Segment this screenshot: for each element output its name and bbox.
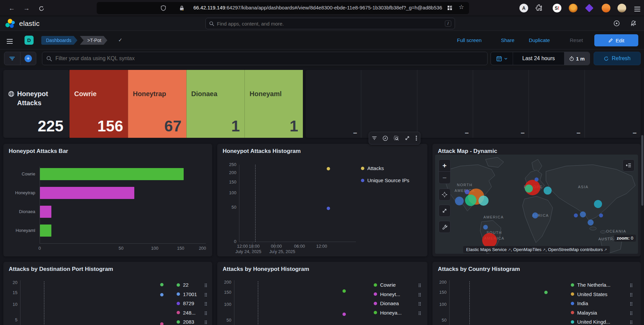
- empty-metric-cell[interactable]: –: [361, 70, 417, 138]
- attack-bubble[interactable]: [544, 187, 552, 195]
- legend-item-dionaea[interactable]: Dionaea: [374, 300, 399, 306]
- refresh-button[interactable]: Refresh: [594, 52, 641, 65]
- panel-honeypot-attacks-metric[interactable]: Honeypot Attacks 225: [3, 70, 70, 138]
- legend-options-icon[interactable]: [630, 284, 632, 287]
- browser-forward-icon[interactable]: →: [22, 4, 31, 13]
- legend-item-honeya[interactable]: Honeya...: [374, 310, 402, 316]
- panel-attack-map[interactable]: Attack Map - Dynamic NORTH AMERICAAMERIC…: [432, 144, 641, 256]
- browser-back-icon[interactable]: ←: [7, 4, 16, 13]
- nav-menu-icon[interactable]: [7, 38, 13, 45]
- global-search-input[interactable]: [217, 21, 445, 27]
- attack-bubble[interactable]: [483, 225, 488, 230]
- kql-query-input[interactable]: [55, 55, 483, 62]
- tab-grid-icon[interactable]: [447, 5, 452, 10]
- shield-icon[interactable]: [160, 5, 166, 11]
- date-picker-button[interactable]: [491, 52, 513, 65]
- legend-options-icon[interactable]: [205, 302, 207, 306]
- honey-extension-icon[interactable]: [569, 4, 578, 12]
- metric-tile-honeyaml[interactable]: Honeyaml1: [244, 70, 303, 138]
- map-tools-wrench-icon[interactable]: [439, 221, 451, 233]
- panel-empty-metrics[interactable]: ––––––: [306, 70, 641, 138]
- browser-reload-icon[interactable]: [37, 4, 46, 13]
- bar-dionaea[interactable]: [40, 206, 51, 218]
- scrollbar-thumb[interactable]: [641, 135, 643, 206]
- attack-bubble[interactable]: [455, 197, 464, 205]
- account-avatar-icon[interactable]: [617, 4, 626, 12]
- map-layers-icon[interactable]: [623, 159, 635, 171]
- empty-metric-cell[interactable]: –: [529, 70, 585, 138]
- attack-bubble[interactable]: [599, 213, 603, 217]
- empty-metric-cell[interactable]: –: [585, 70, 641, 138]
- duplicate-button[interactable]: Duplicate: [529, 37, 550, 43]
- panel-options-kebab-icon[interactable]: [415, 135, 417, 141]
- legend-item-united-states[interactable]: United States: [571, 291, 607, 297]
- panel-attacks-by-honeypot[interactable]: Attacks by Honeypot Histogram 5010015020…: [217, 262, 427, 325]
- bar-honeyaml[interactable]: [40, 225, 51, 237]
- bookmark-star-icon[interactable]: ☆: [459, 3, 464, 11]
- bar-cowrie[interactable]: [40, 168, 184, 180]
- lock-icon[interactable]: [179, 5, 184, 11]
- profile-avatar-icon[interactable]: A: [519, 4, 528, 12]
- panel-maximize-icon[interactable]: [405, 135, 410, 141]
- legend-item-india[interactable]: India: [571, 300, 588, 306]
- attribution-link-openstreetmap-contributors[interactable]: OpenStreetMap contributors: [548, 247, 603, 252]
- legend-item-unique-source-ips[interactable]: Unique Source IPs: [361, 177, 409, 183]
- bar-honeytrap[interactable]: [40, 187, 134, 199]
- extensions-puzzle-icon[interactable]: [536, 4, 542, 11]
- legend-item-17001[interactable]: 17001: [177, 291, 197, 297]
- legend-item-2083[interactable]: 2083: [177, 319, 194, 325]
- legend-options-icon[interactable]: [630, 321, 632, 324]
- map-zoom-out-button[interactable]: −: [439, 172, 450, 184]
- help-icon[interactable]: [613, 20, 620, 27]
- attack-bubble[interactable]: [465, 195, 476, 206]
- empty-metric-cell[interactable]: –: [306, 70, 361, 138]
- legend-options-icon[interactable]: [419, 302, 421, 306]
- space-avatar[interactable]: D: [25, 36, 34, 45]
- metric-tile-honeytrap[interactable]: Honeytrap67: [128, 70, 186, 138]
- edit-button[interactable]: Edit: [594, 34, 638, 46]
- legend-options-icon[interactable]: [419, 293, 421, 296]
- legend-item-the-netherla[interactable]: The Netherla...: [571, 282, 610, 288]
- world-map[interactable]: NORTH AMERICAAMERICASOUTH AMERICAEUROPEA…: [435, 155, 638, 254]
- map-expand-icon[interactable]: [439, 205, 451, 217]
- attribution-link-elastic-maps-service[interactable]: Elastic Maps Service: [466, 247, 507, 252]
- legend-options-icon[interactable]: [419, 284, 421, 287]
- attack-bubble[interactable]: [465, 190, 469, 194]
- legend-options-icon[interactable]: [205, 312, 207, 315]
- map-fit-data-icon[interactable]: [439, 189, 451, 201]
- map-zoom-in-button[interactable]: +: [439, 160, 450, 172]
- full-screen-button[interactable]: Full screen: [457, 37, 481, 43]
- kql-query-box[interactable]: [42, 52, 488, 65]
- add-filter-button[interactable]: +: [20, 52, 36, 65]
- legend-item-cowrie[interactable]: Cowrie: [374, 282, 396, 288]
- empty-metric-cell[interactable]: –: [417, 70, 473, 138]
- legend-options-icon[interactable]: [205, 293, 207, 296]
- share-button[interactable]: Share: [501, 37, 514, 43]
- panel-honeypot-attacks-bar[interactable]: Honeypot Attacks Bar CowrieHoneytrapDion…: [3, 144, 212, 256]
- panel-honeypot-metric-tiles[interactable]: Cowrie156Honeytrap67Dionaea1Honeyaml1: [70, 70, 303, 138]
- legend-options-icon[interactable]: [630, 312, 632, 315]
- elastic-logo-icon[interactable]: [5, 19, 15, 28]
- browser-menu-icon[interactable]: [634, 5, 640, 13]
- attack-bubble[interactable]: [574, 213, 578, 217]
- attack-bubble[interactable]: [580, 211, 586, 217]
- panel-attacks-by-country[interactable]: Attacks by Country Histogram 50100150200…: [432, 262, 641, 325]
- attack-bubble[interactable]: [535, 177, 539, 181]
- panel-attacks-by-port[interactable]: Attacks by Destination Port Histogram 51…: [3, 262, 212, 325]
- attack-bubble[interactable]: [588, 219, 594, 226]
- panel-explore-compass-icon[interactable]: [382, 135, 388, 141]
- filter-menu-icon[interactable]: [4, 52, 20, 65]
- page-scrollbar[interactable]: [641, 135, 644, 325]
- panel-filter-icon[interactable]: [372, 135, 377, 141]
- attack-bubble[interactable]: [532, 212, 538, 218]
- attack-bubble[interactable]: [478, 196, 489, 206]
- legend-item-8729[interactable]: 8729: [177, 300, 194, 306]
- legend-item-248[interactable]: 248...: [177, 310, 196, 316]
- legend-options-icon[interactable]: [205, 321, 207, 324]
- metric-tile-dionaea[interactable]: Dionaea1: [186, 70, 245, 138]
- breadcrumb-dashboards[interactable]: Dashboards: [41, 36, 78, 45]
- attribution-link-openmaptiles[interactable]: OpenMapTiles: [513, 247, 542, 252]
- legend-options-icon[interactable]: [205, 284, 207, 287]
- time-range-label[interactable]: Last 24 hours: [513, 55, 564, 62]
- legend-options-icon[interactable]: [630, 293, 632, 296]
